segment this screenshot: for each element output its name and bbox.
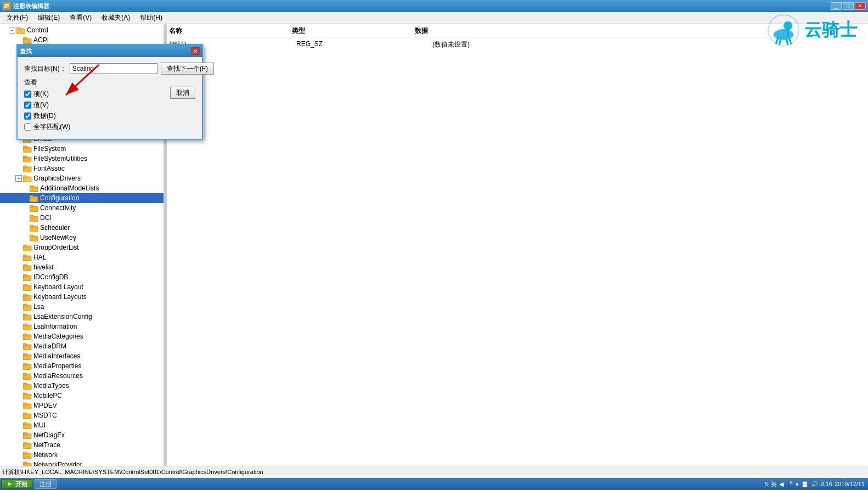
expand-placeholder: [15, 402, 22, 409]
expand-placeholder: [15, 353, 22, 359]
expand-placeholder: [15, 145, 22, 152]
tree-item-idconfigdb[interactable]: IDConfigDB: [0, 272, 164, 282]
svg-line-10: [786, 39, 788, 45]
tree-item-msdtc[interactable]: MSDTC: [0, 410, 164, 420]
tree-item-nettrace[interactable]: NetTrace: [0, 440, 164, 450]
tree-item-grouporderlist[interactable]: GroupOrderList: [0, 243, 164, 252]
collapse-icon[interactable]: [15, 175, 22, 182]
folder-icon: [23, 303, 32, 311]
svg-rect-47: [30, 195, 33, 198]
tree-item-hivelist[interactable]: hivelist: [0, 262, 164, 272]
dialog-close-button[interactable]: ✕: [191, 47, 200, 55]
tree-item-netdiagfx[interactable]: NetDiagFx: [0, 430, 164, 440]
expand-placeholder: [15, 432, 22, 438]
svg-rect-2: [4, 5, 9, 7]
tree-item-additionalmodelists[interactable]: AdditionalModeLists: [0, 183, 164, 193]
tree-item-mediaproperties[interactable]: MediaProperties: [0, 361, 164, 371]
tree-item-hal[interactable]: HAL: [0, 252, 164, 262]
tree-item-label: GroupOrderList: [33, 244, 79, 251]
tree-item-keyboardlayouts[interactable]: Keyboard Layouts: [0, 292, 164, 302]
tree-item-mediatypes[interactable]: MediaTypes: [0, 381, 164, 391]
expand-placeholder: [22, 185, 29, 192]
find-next-button[interactable]: 查找下一个(F): [161, 63, 214, 75]
menu-edit[interactable]: 编辑(E): [33, 12, 64, 24]
svg-rect-59: [23, 255, 27, 257]
check-keys-label: 项(K): [33, 89, 49, 99]
cancel-button[interactable]: 取消: [170, 87, 195, 99]
check-keys[interactable]: [24, 91, 31, 98]
tree-item-dci[interactable]: DCI: [0, 213, 164, 223]
tree-item-graphicsdrivers[interactable]: GraphicsDrivers: [0, 173, 164, 183]
tree-item-lsainformation[interactable]: LsaInformation: [0, 322, 164, 331]
check-values[interactable]: [24, 102, 31, 109]
tree-item-configuration[interactable]: Configuration: [0, 193, 164, 203]
folder-icon: [23, 175, 32, 182]
tree-item-label: IDConfigDB: [33, 273, 68, 281]
folder-icon: [23, 264, 32, 271]
tree-item-label: hivelist: [33, 263, 54, 271]
tree-item-networkprovider[interactable]: NetworkProvider: [0, 460, 164, 466]
tree-item-filesystemutilities[interactable]: FileSystemUtilities: [0, 154, 164, 164]
maximize-button[interactable]: □: [843, 2, 854, 10]
tree-item-label: FontAssoc: [33, 165, 65, 172]
menu-file[interactable]: 文件(F): [2, 12, 32, 24]
col-type: 类型: [292, 26, 305, 36]
check-data[interactable]: [24, 112, 31, 120]
tree-item-network[interactable]: Network: [0, 450, 164, 460]
tree-item-scheduler[interactable]: Scheduler: [0, 223, 164, 233]
tree-item-mediainterfaces[interactable]: MediaInterfaces: [0, 351, 164, 361]
tree-item-fontassoc[interactable]: FontAssoc: [0, 164, 164, 173]
menu-help[interactable]: 帮助(H): [136, 12, 167, 24]
menu-favorites[interactable]: 收藏夹(A): [97, 12, 134, 24]
folder-icon: [23, 412, 32, 419]
tree-item-label: DCI: [40, 214, 52, 222]
tree-item-label: FileSystemUtilities: [33, 155, 87, 162]
tree-item-label: MediaTypes: [33, 382, 69, 390]
tree-item-mobilepc[interactable]: MobilePC: [0, 391, 164, 401]
tree-item-mediadrm[interactable]: MediaDRM: [0, 341, 164, 351]
tree-item-label: Keyboard Layouts: [33, 293, 87, 301]
folder-icon: [23, 382, 32, 390]
check-values-label: 值(V): [33, 100, 49, 110]
taskbar: 开始 注册 S 英 ◀ 🎤 ♦ 📋 🔊 9:16 2019/12/11: [0, 478, 868, 490]
svg-rect-71: [23, 314, 27, 316]
tree-item-label: Configuration: [40, 194, 79, 202]
tree-item-lsa[interactable]: Lsa: [0, 302, 164, 312]
minimize-button[interactable]: _: [831, 2, 842, 10]
tree-item-filesystem[interactable]: FileSystem: [0, 144, 164, 154]
tree-item-keyboardlayout[interactable]: Keyboard Layout: [0, 282, 164, 292]
check-whole-string-row: 全字匹配(W): [24, 122, 166, 132]
tree-item-mediaresources[interactable]: MediaResources: [0, 371, 164, 381]
menu-view[interactable]: 查看(V): [65, 12, 96, 24]
expand-placeholder: [22, 224, 29, 231]
folder-icon: [23, 432, 32, 439]
svg-rect-67: [23, 294, 27, 296]
close-button[interactable]: ✕: [855, 2, 866, 10]
svg-rect-53: [30, 225, 33, 227]
tree-item-mui[interactable]: MUI: [0, 420, 164, 430]
tree-item-mpdev[interactable]: MPDEV: [0, 401, 164, 410]
check-whole-string[interactable]: [24, 123, 31, 131]
expand-placeholder: [15, 363, 22, 369]
right-panel-header: 名称 类型 数据: [169, 26, 866, 37]
expand-placeholder: [15, 323, 22, 330]
tree-item-connectivity[interactable]: Connectivity: [0, 203, 164, 213]
date: 2019/12/11: [835, 481, 865, 487]
search-input[interactable]: [70, 63, 157, 74]
tree-item-mediacategories[interactable]: MediaCategories: [0, 331, 164, 341]
svg-rect-101: [23, 462, 27, 464]
start-button[interactable]: 开始: [1, 479, 32, 489]
folder-icon: [16, 27, 25, 34]
folder-icon: [23, 392, 32, 399]
tree-item-usenewkey[interactable]: UseNewKey: [0, 233, 164, 243]
tree-item-lsaextensionconfig[interactable]: LsaExtensionConfig: [0, 312, 164, 322]
collapse-icon[interactable]: [9, 27, 15, 33]
tray-mic: 🎤: [786, 481, 793, 488]
expand-placeholder: [15, 254, 22, 261]
folder-icon: [30, 215, 38, 222]
check-data-row: 数据(D): [24, 111, 166, 121]
folder-icon: [23, 353, 32, 360]
svg-point-5: [774, 29, 793, 40]
taskbar-regedit[interactable]: 注册: [35, 479, 57, 489]
tree-item-control[interactable]: Control: [0, 25, 164, 35]
